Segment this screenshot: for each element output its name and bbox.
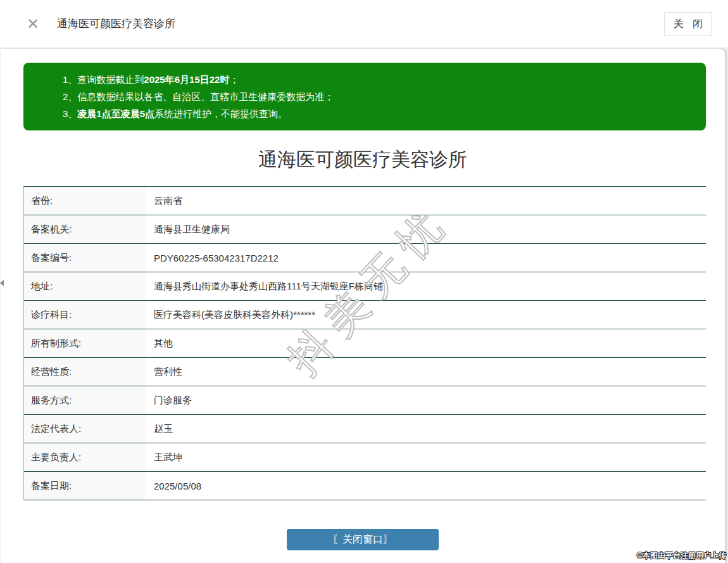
row-value: 王武坤: [146, 443, 182, 471]
notice-line-3: 3、凌晨1点至凌晨5点系统进行维护，不能提供查询。: [63, 105, 693, 122]
window-titlebar: ✕ 通海医可颜医疗美容诊所 关 闭: [0, 0, 728, 48]
row-label: 备案机关:: [24, 215, 146, 243]
row-label: 经营性质:: [24, 358, 146, 386]
notice-line1-suffix: ；: [229, 74, 239, 85]
row-label: 省份:: [24, 187, 146, 215]
row-label: 所有制形式:: [24, 329, 146, 357]
notice-line-1: 1、查询数据截止到2025年6月15日22时；: [63, 71, 693, 88]
table-row-registry-number: 备案编号: PDY60225-653042317D2212: [24, 244, 706, 272]
notice-line3-bold: 凌晨1点至凌晨5点: [77, 108, 154, 119]
table-row-ownership-form: 所有制形式: 其他: [24, 329, 706, 358]
panel-collapse-handle-icon[interactable]: [0, 280, 4, 286]
row-value: 云南省: [146, 187, 182, 215]
row-label: 法定代表人:: [24, 415, 146, 443]
clinic-name-title: 通海医可颜医疗美容诊所: [1, 147, 725, 173]
notice-line1-bold: 2025年6月15日22时: [144, 74, 229, 85]
row-label: 备案日期:: [24, 472, 146, 500]
table-row-province: 省份: 云南省: [24, 187, 706, 215]
notice-line1-text: 1、查询数据截止到: [63, 74, 144, 85]
table-row-departments: 诊疗科目: 医疗美容科(美容皮肤科美容外科)******: [24, 301, 706, 329]
table-row-business-nature: 经营性质: 营利性: [24, 358, 706, 386]
row-value: 医疗美容科(美容皮肤科美容外科)******: [146, 301, 315, 329]
close-icon[interactable]: ✕: [27, 16, 39, 32]
row-label: 诊疗科目:: [24, 301, 146, 329]
row-value: 通海县秀山街道办事处秀山西路111号天湖银座F栋商铺: [146, 272, 383, 300]
row-value: 门诊服务: [146, 386, 192, 414]
notice-line3-text: 3、: [63, 108, 77, 119]
notice-line-2: 2、信息数据结果以各省、自治区、直辖市卫生健康委数据为准；: [63, 88, 693, 105]
notice-line3-suffix: 系统进行维护，不能提供查询。: [154, 108, 287, 119]
table-row-main-person-in-charge: 主要负责人: 王武坤: [24, 443, 706, 472]
row-value: 2025/05/08: [146, 472, 201, 500]
row-value: PDY60225-653042317D2212: [146, 244, 279, 272]
close-button[interactable]: 关 闭: [664, 12, 712, 36]
table-row-service-mode: 服务方式: 门诊服务: [24, 386, 706, 415]
notice-banner: 1、查询数据截止到2025年6月15日22时； 2、信息数据结果以各省、自治区、…: [23, 63, 706, 130]
copyright-overlay: ©本图由平台注册用户上传: [637, 550, 726, 561]
row-value: 通海县卫生健康局: [146, 215, 230, 243]
clinic-info-table: 省份: 云南省 备案机关: 通海县卫生健康局 备案编号: PDY60225-65…: [23, 186, 706, 500]
row-label: 备案编号:: [24, 244, 146, 272]
row-value: 赵玉: [146, 415, 173, 443]
table-row-address: 地址: 通海县秀山街道办事处秀山西路111号天湖银座F栋商铺: [24, 272, 706, 301]
table-row-registry-date: 备案日期: 2025/05/08: [24, 472, 706, 500]
row-value: 其他: [146, 329, 173, 357]
table-row-registry-authority: 备案机关: 通海县卫生健康局: [24, 215, 706, 244]
row-label: 服务方式:: [24, 386, 146, 414]
result-panel: 1、查询数据截止到2025年6月15日22时； 2、信息数据结果以各省、自治区、…: [0, 49, 725, 563]
row-label: 主要负责人:: [24, 443, 146, 471]
row-label: 地址:: [24, 272, 146, 300]
row-value: 营利性: [146, 358, 182, 386]
close-window-button[interactable]: 〖关闭窗口〗: [287, 529, 439, 550]
footer-actions: 〖关闭窗口〗: [1, 529, 725, 550]
table-row-legal-representative: 法定代表人: 赵玉: [24, 415, 706, 443]
window-title: 通海医可颜医疗美容诊所: [57, 16, 175, 31]
